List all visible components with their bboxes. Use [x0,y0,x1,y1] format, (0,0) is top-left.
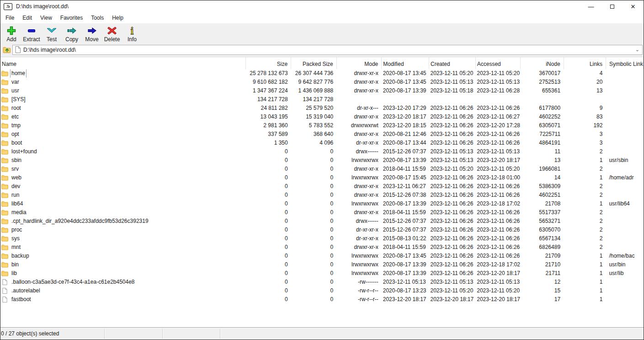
cell-links: 1 [564,286,606,295]
file-icon [1,296,9,303]
column-header-size[interactable]: Size [245,57,291,69]
folder-icon [1,244,9,251]
table-row[interactable]: tmp2 981 3605 783 552drwxrwxrwt2023-12-2… [0,121,644,130]
table-row[interactable]: .balloon-c3a5ae3d-ce7f-43c4-a1ea-c61e2b4… [0,278,644,286]
table-row[interactable]: run00drwxr-xr-x2015-12-26 07:382023-12-1… [0,191,644,200]
cell-size: 1 347 367 224 [245,86,291,95]
move-button[interactable]: Move [82,24,102,44]
chevron-down-icon[interactable]: ⌄ [635,47,639,53]
menu-edit[interactable]: Edit [18,13,36,22]
menu-help[interactable]: Help [108,13,128,22]
column-header-packed[interactable]: Packed Size [291,57,337,69]
table-row[interactable]: .autorelabel00-rw-r--r--2020-08-17 13:23… [0,286,644,295]
cell-created: 2023-12-11 05:13 [429,156,475,165]
add-button[interactable]: Add [1,24,21,44]
table-row[interactable]: boot1 3504 096dr-xr-xr-x2020-08-17 13:44… [0,139,644,147]
cell-packed: 134 217 728 [291,95,337,104]
cell-packed: 0 [291,243,337,252]
table-row[interactable]: mnt00drwxr-xr-x2018-04-11 15:592023-12-1… [0,243,644,252]
cell-size: 0 [245,208,291,217]
row-label: lib [11,269,18,278]
table-row[interactable]: bin00lrwxrwxrwx2020-08-17 13:392023-12-1… [0,260,644,269]
cell-modified: 2020-08-21 12:46 [382,130,429,139]
cell-mode: drwxr-xr-x [336,69,382,78]
table-row[interactable]: proc00dr-xr-xr-x2015-12-26 07:372023-12-… [0,226,644,234]
cell-symlink: usr/lib [606,269,643,278]
table-row[interactable]: etc13 043 19515 319 040drwxr-xr-x2023-12… [0,113,644,121]
table-row[interactable]: usr1 347 367 2241 436 069 888drwxr-xr-x2… [0,86,644,95]
cell-links: 1 [564,278,606,286]
column-header-created[interactable]: Created [429,57,475,69]
row-label: media [11,208,27,217]
cell-size: 0 [245,156,291,165]
row-label: tmp [11,121,21,130]
cell-created: 2023-12-11 06:26 [429,226,475,234]
column-header-mode[interactable]: Mode [336,57,382,69]
info-button[interactable]: i Info [122,24,142,44]
table-row[interactable]: [SYS]134 217 728134 217 728 [0,95,644,104]
column-header-symlink[interactable]: Symbolic Link [606,57,643,69]
table-row[interactable]: root24 811 28225 579 520dr-xr-x---2023-1… [0,104,644,113]
table-row[interactable]: backup00lrwxrwxrwx2020-08-17 13:452023-1… [0,252,644,260]
table-row[interactable]: home25 278 132 67326 307 444 736drwxr-xr… [0,69,644,78]
table-row[interactable]: fastboot00-rw-r--r--2023-12-20 18:172023… [0,295,644,304]
copy-button[interactable]: Copy [62,24,82,44]
folder-icon [1,209,9,216]
column-header-modified[interactable]: Modified [382,57,429,69]
row-label: run [11,191,20,200]
column-header-inode[interactable]: iNode [520,57,564,69]
table-row[interactable]: .cpt_hardlink_dir_a920e4ddc233afddc9fb53… [0,217,644,226]
row-label: etc [11,113,20,121]
cell-modified: 2020-08-17 13:39 [382,260,429,269]
status-bar: 0 / 27 object(s) selected [0,327,644,340]
delete-button[interactable]: Delete [102,24,122,44]
minimize-button[interactable]: — [580,0,601,12]
folder-icon [1,235,9,242]
table-row[interactable]: sys00dr-xr-xr-x2015-08-13 01:222023-12-1… [0,234,644,243]
cell-links: 1 [564,173,606,182]
cell-inode: 4602251 [520,191,564,200]
menu-file[interactable]: File [1,13,18,22]
extract-button[interactable]: Extract [21,24,42,44]
cell-links: 1 [564,252,606,260]
close-button[interactable]: ✕ [623,0,644,12]
row-label: boot [11,139,23,147]
menu-favorites[interactable]: Favorites [56,13,87,22]
row-label: backup [11,252,30,260]
address-input[interactable]: D:\hds image\root.dd\ ⌄ [12,45,643,55]
table-row[interactable]: lib00lrwxrwxrwx2020-08-17 13:392023-12-1… [0,269,644,278]
cell-created: 2023-12-11 06:26 [429,130,475,139]
column-header-accessed[interactable]: Accessed [475,57,520,69]
row-label: lib64 [11,200,24,208]
cell-packed: 25 579 520 [291,104,337,113]
table-row[interactable]: srv00drwxr-xr-x2018-04-11 15:592023-12-1… [0,165,644,173]
row-label: fastboot [11,295,32,304]
cell-mode: -rw-r--r-- [336,295,382,304]
menu-view[interactable]: View [36,13,56,22]
cell-modified: 2015-12-26 07:37 [382,226,429,234]
cell-modified: 2020-08-17 13:45 [382,69,429,78]
table-row[interactable]: media00drwxr-xr-x2018-04-11 15:592023-12… [0,208,644,217]
cell-symlink [606,278,643,286]
table-row[interactable]: web00lrwxrwxrwx2020-08-17 15:452023-12-1… [0,173,644,182]
cell-modified: 2020-08-17 13:45 [382,252,429,260]
table-row[interactable]: opt337 589368 640drwxr-xr-x2020-08-21 12… [0,130,644,139]
maximize-button[interactable] [601,0,623,12]
up-one-level-button[interactable] [1,45,12,55]
cell-accessed [475,95,520,104]
menu-tools[interactable]: Tools [87,13,108,22]
test-button[interactable]: Test [42,24,62,44]
table-row[interactable]: sbin00lrwxrwxrwx2020-08-17 13:392023-12-… [0,156,644,165]
table-row[interactable]: dev00drwxr-xr-x2023-12-11 06:272023-12-1… [0,182,644,191]
cell-modified [382,95,429,104]
status-divider [162,329,163,339]
cell-links: 192 [564,121,606,130]
row-label: root [11,104,22,113]
table-row[interactable]: var9 610 682 1829 642 827 776drwxr-xr-x2… [0,78,644,86]
column-header-links[interactable]: Links [564,57,606,69]
cell-links: 2 [564,217,606,226]
table-row[interactable]: lib6400lrwxrwxrwx2020-08-17 13:392023-12… [0,200,644,208]
column-header-name[interactable]: Name [0,57,245,69]
table-row[interactable]: lost+found00drwx------2015-12-26 07:3720… [0,147,644,156]
cell-modified: 2015-12-26 07:37 [382,147,429,156]
